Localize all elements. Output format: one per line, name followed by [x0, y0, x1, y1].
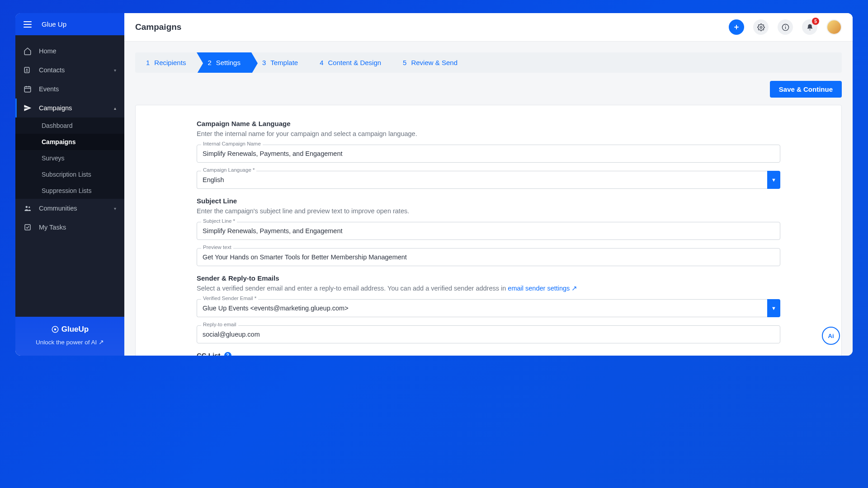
- input-internal-name[interactable]: [197, 145, 780, 163]
- nav-item-mytasks[interactable]: My Tasks: [15, 218, 124, 237]
- ai-fab-button[interactable]: Ai: [822, 327, 840, 345]
- section-desc-name-lang: Enter the internal name for your campaig…: [197, 130, 780, 137]
- page-title: Campaigns: [135, 22, 729, 32]
- sidebar: Glue Up Home Contacts ▾ Events Campaigns…: [15, 13, 124, 356]
- info-button[interactable]: [778, 19, 793, 35]
- external-link-icon: ↗: [99, 339, 104, 346]
- svg-point-13: [760, 26, 762, 28]
- nav-item-events[interactable]: Events: [15, 80, 124, 99]
- label-language: Campaign Language *: [201, 167, 256, 173]
- field-preview-text: Preview text: [197, 248, 780, 266]
- tasks-icon: [24, 223, 32, 231]
- nav-label: Home: [39, 47, 116, 55]
- subnav-suppression-lists[interactable]: Suppression Lists: [15, 183, 124, 199]
- input-preview-text[interactable]: [197, 248, 780, 266]
- wizard-step-recipients[interactable]: 1Recipients: [135, 52, 197, 73]
- svg-rect-15: [785, 27, 785, 29]
- section-title-cc: CC List ?: [197, 352, 780, 356]
- contacts-icon: [24, 66, 32, 74]
- nav-label: Campaigns: [39, 104, 107, 112]
- nav-item-contacts[interactable]: Contacts ▾: [15, 61, 124, 80]
- wizard-step-content-design[interactable]: 4Content & Design: [309, 52, 392, 73]
- hamburger-icon[interactable]: [24, 21, 32, 28]
- main: Campaigns 5 1Recipients 2Settings 3Templ…: [124, 13, 853, 356]
- subnav-campaigns: Dashboard Campaigns Surveys Subscription…: [15, 117, 124, 199]
- section-title-name-lang: Campaign Name & Language: [197, 120, 780, 127]
- subnav-subscription-lists[interactable]: Subscription Lists: [15, 166, 124, 183]
- wizard-step-review-send[interactable]: 5Review & Send: [392, 52, 468, 73]
- nav-label: Contacts: [39, 66, 107, 74]
- nav-list: Home Contacts ▾ Events Campaigns ▴ Dashb…: [15, 35, 124, 317]
- subnav-surveys[interactable]: Surveys: [15, 150, 124, 166]
- avatar[interactable]: [826, 19, 842, 35]
- wizard-step-template[interactable]: 3Template: [251, 52, 309, 73]
- external-link-icon: ↗: [571, 285, 577, 292]
- glueup-logo-icon: [51, 325, 59, 333]
- subnav-campaigns[interactable]: Campaigns: [15, 134, 124, 150]
- calendar-icon: [24, 85, 32, 93]
- field-reply-email: Reply-to email: [197, 325, 780, 343]
- nav-label: Events: [39, 85, 116, 93]
- svg-point-10: [54, 328, 57, 331]
- select-sender-email[interactable]: Glue Up Events <events@marketing.glueup.…: [197, 299, 767, 317]
- brand-name: Glue Up: [42, 20, 66, 28]
- section-desc-subject: Enter the campaign's subject line and pr…: [197, 207, 780, 215]
- topbar: Campaigns 5: [124, 13, 853, 42]
- subnav-dashboard[interactable]: Dashboard: [15, 117, 124, 134]
- label-sender-email: Verified Sender Email *: [201, 296, 258, 301]
- add-button[interactable]: [729, 19, 744, 35]
- gear-icon: [757, 23, 765, 31]
- settings-card: Campaign Name & Language Enter the inter…: [135, 105, 842, 356]
- bell-icon: [806, 23, 814, 31]
- wizard-step-settings[interactable]: 2Settings: [197, 52, 251, 73]
- label-reply-email: Reply-to email: [201, 322, 238, 327]
- topbar-actions: 5: [729, 19, 842, 35]
- nav-item-communities[interactable]: Communities ▾: [15, 199, 124, 218]
- input-reply-email[interactable]: [197, 325, 780, 343]
- label-subject-line: Subject Line *: [201, 218, 237, 224]
- nav-item-campaigns[interactable]: Campaigns ▴: [15, 99, 124, 117]
- settings-button[interactable]: [753, 19, 769, 35]
- action-row: Save & Continue: [135, 81, 842, 98]
- select-language[interactable]: English: [197, 171, 767, 189]
- wizard-steps: 1Recipients 2Settings 3Template 4Content…: [135, 52, 842, 73]
- svg-point-7: [28, 206, 30, 208]
- nav-item-home[interactable]: Home: [15, 42, 124, 61]
- notifications-button[interactable]: 5: [802, 19, 817, 35]
- language-dropdown-caret[interactable]: ▼: [767, 171, 780, 189]
- section-title-subject: Subject Line: [197, 197, 780, 205]
- section-title-sender: Sender & Reply-to Emails: [197, 274, 780, 282]
- field-sender-email: Verified Sender Email * Glue Up Events <…: [197, 299, 780, 317]
- help-icon[interactable]: ?: [224, 352, 231, 356]
- footer-brand-text: GlueUp: [61, 325, 89, 334]
- input-subject-line[interactable]: [197, 222, 780, 240]
- svg-point-1: [26, 69, 28, 70]
- link-email-sender-settings[interactable]: email sender settings ↗: [508, 285, 577, 292]
- field-language: Campaign Language * English ▼: [197, 171, 780, 189]
- send-icon: [24, 104, 32, 112]
- label-preview-text: Preview text: [201, 244, 233, 250]
- svg-rect-2: [24, 87, 31, 92]
- notif-badge: 5: [812, 18, 819, 25]
- footer-logo: GlueUp: [21, 325, 119, 334]
- section-desc-sender: Select a verified sender email and enter…: [197, 285, 780, 292]
- nav-label: My Tasks: [39, 224, 116, 231]
- nav-label: Communities: [39, 205, 107, 212]
- sidebar-footer: GlueUp Unlock the power of AI ↗: [15, 317, 124, 356]
- field-internal-name: Internal Campaign Name: [197, 145, 780, 163]
- footer-ai-link[interactable]: Unlock the power of AI ↗: [36, 339, 104, 346]
- sidebar-header: Glue Up: [15, 13, 124, 35]
- communities-icon: [24, 204, 32, 212]
- sender-dropdown-caret[interactable]: ▼: [767, 299, 780, 317]
- svg-point-6: [26, 206, 28, 208]
- plus-icon: [733, 23, 740, 31]
- save-continue-button[interactable]: Save & Continue: [770, 81, 842, 98]
- chevron-down-icon: ▾: [114, 68, 116, 73]
- field-subject-line: Subject Line *: [197, 222, 780, 240]
- info-icon: [782, 23, 789, 31]
- svg-rect-16: [785, 25, 785, 26]
- chevron-down-icon: ▾: [114, 206, 116, 211]
- content: 1Recipients 2Settings 3Template 4Content…: [124, 42, 853, 356]
- home-icon: [24, 47, 32, 55]
- svg-rect-8: [25, 225, 30, 230]
